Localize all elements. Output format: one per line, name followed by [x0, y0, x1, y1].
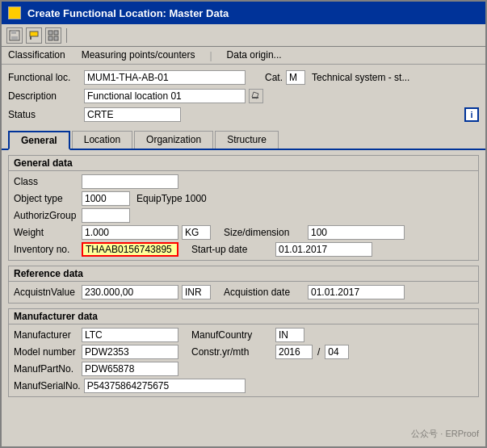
description-label: Description	[8, 90, 81, 102]
svg-rect-1	[11, 31, 16, 34]
toolbar-separator	[66, 28, 67, 43]
manuf-country-group: ManufCountry	[191, 328, 304, 342]
acquistion-date-group: Acquistion date	[224, 285, 405, 299]
reference-data-section: Reference data AcquistnValue Acquistion …	[8, 266, 479, 304]
tab-structure[interactable]: Structure	[215, 131, 279, 149]
model-number-label: Model number	[14, 346, 78, 358]
edit-icon[interactable]	[249, 89, 263, 103]
constr-yr-mth-label: Constr.yr/mth	[191, 346, 272, 358]
svg-rect-6	[54, 31, 58, 35]
header-form: Functional loc. Cat. Technical system - …	[2, 65, 485, 128]
cat-input[interactable]	[286, 70, 305, 85]
manufacturer-input[interactable]	[82, 328, 178, 342]
acquistn-value-label: AcquistnValue	[14, 287, 78, 298]
tab-organization[interactable]: Organization	[134, 131, 213, 149]
svg-rect-8	[54, 36, 58, 40]
svg-rect-3	[30, 31, 38, 36]
manuf-country-label: ManufCountry	[191, 329, 272, 341]
status-input[interactable]	[84, 107, 181, 122]
menu-bar: Classification Measuring points/counters…	[2, 47, 485, 65]
startup-date-label: Start-up date	[191, 244, 272, 255]
reference-data-title: Reference data	[9, 266, 478, 282]
class-row: Class	[14, 174, 473, 189]
menu-measuring-points[interactable]: Measuring points/counters	[80, 48, 197, 62]
toolbar	[2, 24, 485, 47]
tab-location[interactable]: Location	[72, 131, 132, 149]
model-number-input[interactable]	[82, 345, 178, 359]
functional-loc-row: Functional loc. Cat. Technical system - …	[8, 69, 479, 86]
manufacturer-data-content: Manufacturer ManufCountry Model number	[9, 324, 478, 396]
menu-classification[interactable]: Classification	[6, 48, 67, 62]
inventory-no-input[interactable]	[82, 242, 178, 257]
manuf-part-group: ManufPartNo.	[14, 362, 178, 376]
tab-general[interactable]: General	[8, 131, 70, 150]
authoriz-group-input[interactable]	[82, 208, 130, 223]
main-window: Create Functional Location: Master Data …	[0, 0, 487, 448]
size-dimension-label: Size/dimension	[224, 227, 304, 238]
size-dimension-input[interactable]	[308, 225, 405, 240]
class-label: Class	[14, 176, 78, 187]
manuf-serial-no-label: ManufSerialNo.	[14, 380, 81, 391]
weight-row: Weight Size/dimension	[14, 225, 473, 240]
window-title: Create Functional Location: Master Data	[27, 7, 229, 19]
weight-label: Weight	[14, 227, 78, 238]
class-input[interactable]	[82, 174, 178, 189]
status-label: Status	[8, 109, 81, 120]
functional-loc-input[interactable]	[84, 70, 246, 85]
manufacturer-row: Manufacturer ManufCountry	[14, 328, 473, 342]
constr-mth-input[interactable]	[325, 345, 349, 359]
acquistn-value-group: AcquistnValue	[14, 285, 211, 299]
manuf-serial-row: ManufSerialNo.	[14, 379, 473, 393]
slash-separator: /	[316, 346, 321, 358]
authoriz-row: AuthorizGroup	[14, 208, 473, 223]
weight-group: Weight	[14, 225, 211, 240]
authoriz-group: AuthorizGroup	[14, 208, 130, 223]
currency-input[interactable]	[182, 285, 211, 299]
constr-yr-input[interactable]	[275, 345, 313, 359]
manuf-serial-no-input[interactable]	[84, 379, 246, 393]
object-type-label: Object type	[14, 193, 78, 204]
authoriz-group-label: AuthorizGroup	[14, 210, 78, 221]
svg-rect-7	[48, 36, 52, 40]
manuf-part-no-input[interactable]	[82, 362, 178, 376]
tech-system-label: Technical system - st...	[312, 72, 409, 83]
object-type-input[interactable]	[82, 191, 130, 206]
acquistn-value-input[interactable]	[82, 285, 178, 299]
manuf-serial-group: ManufSerialNo.	[14, 379, 246, 393]
manufacturer-group: Manufacturer	[14, 328, 178, 342]
tabs-bar: General Location Organization Structure	[2, 131, 485, 150]
manufacturer-data-title: Manufacturer data	[9, 309, 478, 324]
manuf-country-input[interactable]	[275, 328, 304, 342]
description-input[interactable]	[84, 89, 246, 103]
functional-loc-label: Functional loc.	[8, 72, 81, 83]
acquistion-date-input[interactable]	[308, 285, 405, 299]
app-icon	[8, 6, 21, 19]
acquistion-date-label: Acquistion date	[224, 287, 304, 298]
weight-input[interactable]	[82, 225, 178, 240]
main-content: Functional loc. Cat. Technical system - …	[2, 65, 485, 446]
inventory-group: Inventory no.	[14, 242, 178, 257]
inventory-row: Inventory no. Start-up date	[14, 242, 473, 257]
manufacturer-data-section: Manufacturer data Manufacturer ManufCoun…	[8, 308, 479, 397]
menu-data-origin[interactable]: Data origin...	[225, 48, 283, 62]
flag-icon[interactable]	[26, 27, 42, 44]
manuf-part-no-label: ManufPartNo.	[14, 363, 78, 375]
cat-label: Cat.	[265, 72, 283, 83]
startup-group: Start-up date	[191, 242, 372, 257]
inventory-no-label: Inventory no.	[14, 244, 78, 255]
object-type-group: Object type EquipType 1000	[14, 191, 207, 206]
object-type-row: Object type EquipType 1000	[14, 191, 473, 206]
startup-date-input[interactable]	[275, 242, 372, 257]
info-icon[interactable]: i	[464, 107, 479, 122]
weight-unit-input[interactable]	[182, 225, 211, 240]
model-number-row: Model number Constr.yr/mth /	[14, 345, 473, 359]
layout-icon[interactable]	[45, 27, 61, 44]
constr-yr-group: Constr.yr/mth /	[191, 345, 349, 359]
watermark: 公众号 · ERProof	[411, 428, 479, 440]
size-group: Size/dimension	[224, 225, 405, 240]
class-group: Class	[14, 174, 178, 189]
save-icon[interactable]	[6, 27, 23, 44]
status-row: Status i	[8, 107, 479, 123]
svg-rect-5	[48, 31, 52, 35]
svg-rect-2	[11, 36, 18, 40]
